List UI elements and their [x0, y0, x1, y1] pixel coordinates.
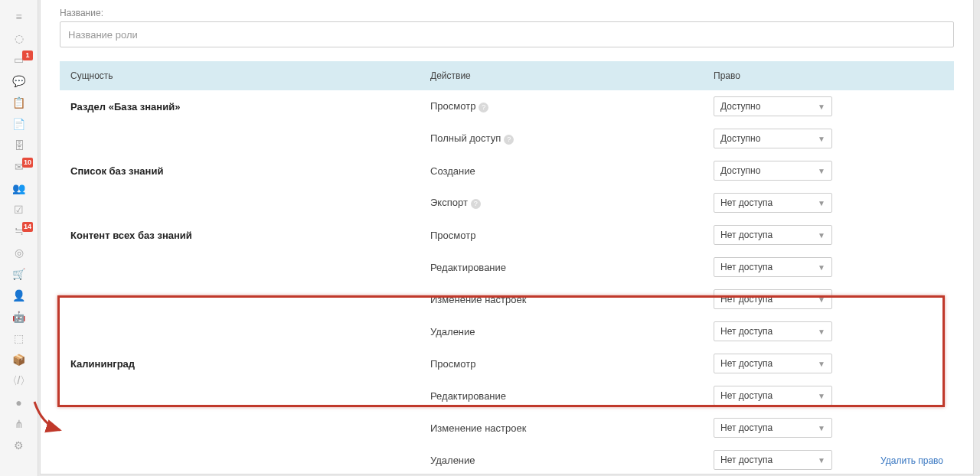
gear-icon: ⚙ — [14, 439, 24, 452]
table-row: РедактированиеНет доступа▼ — [60, 380, 954, 412]
chevron-down-icon: ▼ — [818, 135, 825, 143]
select-value: Нет доступа — [720, 455, 773, 465]
header-entity: Сущность — [60, 61, 420, 90]
table-row: РедактированиеНет доступа▼ — [60, 251, 954, 283]
sidebar-badge: 1 — [22, 51, 33, 60]
right-select[interactable]: Нет доступа▼ — [714, 321, 832, 341]
entity-cell — [60, 283, 420, 315]
right-cell: Нет доступа▼ — [703, 187, 843, 219]
chevron-down-icon: ▼ — [818, 263, 825, 272]
sidebar-badge: 10 — [22, 158, 33, 168]
table-row: КалининградПросмотрНет доступа▼ — [60, 347, 954, 380]
sidebar: ≡◌▭1💬📋📄🗄✉10👥☑≒14◎🛒👤🤖⬚📦〈/〉●⋔⚙ — [0, 0, 38, 476]
sidebar-item-archive[interactable]: 🗄 — [0, 135, 38, 156]
entity-cell — [60, 412, 420, 444]
sidebar-item-cart[interactable]: 🛒 — [0, 263, 38, 285]
loader-icon: ◌ — [15, 32, 24, 44]
table-row: Полный доступ?Доступно▼ — [60, 122, 954, 155]
right-cell: Нет доступа▼ — [703, 347, 843, 380]
target-icon: ◎ — [15, 246, 24, 259]
sidebar-item-filter[interactable]: ≒14 — [0, 220, 38, 242]
entity-cell — [60, 251, 420, 283]
sidebar-item-package[interactable]: 📦 — [0, 349, 38, 370]
right-select[interactable]: Нет доступа▼ — [714, 257, 832, 277]
permissions-table: Сущность Действие Право Раздел «База зна… — [60, 61, 954, 474]
entity-cell — [60, 122, 420, 155]
sidebar-item-clipboard[interactable]: 📋 — [0, 92, 38, 113]
entity-cell — [60, 315, 420, 347]
sidebar-item-windows[interactable]: ▭1 — [0, 49, 38, 70]
action-cell: Удаление — [420, 444, 703, 474]
right-select[interactable]: Нет доступа▼ — [714, 418, 832, 438]
right-select[interactable]: Нет доступа▼ — [714, 193, 832, 213]
sidebar-item-tree[interactable]: ⋔ — [0, 413, 38, 435]
right-cell: Нет доступа▼ — [703, 444, 843, 474]
chevron-down-icon: ▼ — [818, 103, 825, 111]
table-row: Список баз знанийСозданиеДоступно▼ — [60, 155, 954, 187]
chevron-down-icon: ▼ — [818, 199, 825, 207]
code-icon: 〈/〉 — [7, 374, 31, 388]
action-cell: Изменение настроек — [420, 412, 703, 444]
sidebar-item-dot[interactable]: ● — [0, 392, 38, 413]
chevron-down-icon: ▼ — [818, 392, 825, 400]
select-value: Доступно — [720, 101, 760, 112]
sidebar-item-target[interactable]: ◎ — [0, 242, 38, 263]
right-select[interactable]: Нет доступа▼ — [714, 450, 832, 470]
help-icon[interactable]: ? — [504, 135, 514, 145]
action-cell: Создание — [420, 155, 703, 187]
right-cell: Доступно▼ — [703, 122, 843, 155]
right-cell: Нет доступа▼ — [703, 251, 843, 283]
help-icon[interactable]: ? — [471, 199, 481, 209]
sidebar-item-mail[interactable]: ✉10 — [0, 156, 38, 178]
sidebar-item-users[interactable]: 👥 — [0, 178, 38, 199]
action-cell: Просмотр — [420, 347, 703, 380]
table-row: Изменение настроекНет доступа▼ — [60, 412, 954, 444]
role-name-input[interactable] — [60, 21, 954, 47]
chevron-down-icon: ▼ — [818, 360, 825, 368]
right-select[interactable]: Доступно▼ — [714, 161, 832, 181]
sidebar-item-gear[interactable]: ⚙ — [0, 435, 38, 456]
contact-icon: 👤 — [12, 289, 25, 302]
sidebar-item-doc[interactable]: 📄 — [0, 113, 38, 135]
right-select[interactable]: Нет доступа▼ — [714, 354, 832, 373]
cart-icon: 🛒 — [12, 268, 25, 280]
table-row: УдалениеНет доступа▼ — [60, 315, 954, 347]
select-value: Нет доступа — [720, 197, 773, 208]
package-icon: 📦 — [12, 354, 25, 366]
right-cell: Нет доступа▼ — [703, 380, 843, 412]
bot-icon: 🤖 — [12, 311, 25, 323]
right-select[interactable]: Нет доступа▼ — [714, 386, 832, 406]
sidebar-item-contact[interactable]: 👤 — [0, 285, 38, 306]
chevron-down-icon: ▼ — [818, 167, 825, 175]
sidebar-item-menu[interactable]: ≡ — [0, 6, 38, 28]
sidebar-item-check[interactable]: ☑ — [0, 199, 38, 220]
right-select[interactable]: Доступно▼ — [714, 96, 832, 116]
chat-icon: 💬 — [12, 75, 25, 87]
sidebar-item-bot[interactable]: 🤖 — [0, 306, 38, 328]
clipboard-icon: 📋 — [12, 96, 25, 109]
right-select[interactable]: Доступно▼ — [714, 129, 832, 148]
sidebar-item-code[interactable]: 〈/〉 — [0, 370, 38, 392]
sidebar-item-placeholder1[interactable]: ⬚ — [0, 328, 38, 349]
entity-cell: Список баз знаний — [60, 155, 420, 187]
entity-cell — [60, 380, 420, 412]
right-select[interactable]: Нет доступа▼ — [714, 289, 832, 309]
right-select[interactable]: Нет доступа▼ — [714, 225, 832, 245]
select-value: Нет доступа — [720, 294, 773, 305]
header-right: Право — [703, 61, 843, 90]
help-icon[interactable]: ? — [479, 103, 488, 112]
select-value: Нет доступа — [720, 262, 773, 272]
table-row: Изменение настроекНет доступа▼ — [60, 283, 954, 315]
action-cell: Просмотр — [420, 219, 703, 251]
select-value: Доступно — [720, 133, 760, 144]
entity-cell: Контент всех баз знаний — [60, 219, 420, 251]
sidebar-item-chat[interactable]: 💬 — [0, 70, 38, 92]
select-value: Доступно — [720, 165, 760, 176]
action-cell: Редактирование — [420, 251, 703, 283]
remove-right-link[interactable]: Удалить право — [880, 455, 943, 466]
action-cell: Удаление — [420, 315, 703, 347]
sidebar-item-loader[interactable]: ◌ — [0, 28, 38, 49]
entity-cell: Раздел «База знаний» — [60, 90, 420, 122]
menu-icon: ≡ — [15, 11, 21, 23]
action-cell: Экспорт? — [420, 187, 703, 219]
